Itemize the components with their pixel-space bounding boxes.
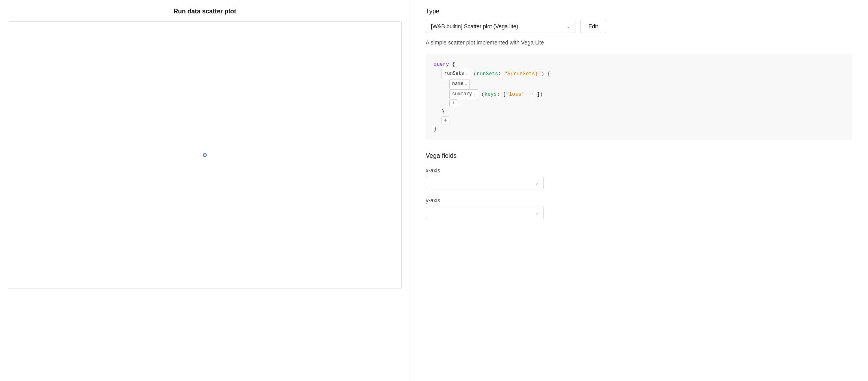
type-dropdown[interactable]: [W&B builtin] Scatter plot (Vega lite) ⌄ (426, 20, 575, 33)
plot-title: Run data scatter plot (173, 8, 236, 15)
code-line-summary: summary ⌄ ( keys : [ "loss' + ]) (434, 89, 844, 100)
y-axis-label: y-axis (426, 197, 852, 203)
vega-fields-title: Vega fields (426, 152, 852, 159)
summary-plus-inner: + ]) (525, 90, 543, 99)
runsets-token[interactable]: runSets ⌄ (441, 69, 470, 79)
code-line-plus-inner: + (434, 99, 844, 107)
runsets-close: ") { (538, 69, 550, 78)
runsets-space (470, 69, 473, 78)
name-token[interactable]: name ⌄ (449, 79, 470, 89)
runsets-label: runSets (444, 70, 464, 78)
y-axis-dropdown[interactable]: ⌄ (426, 207, 544, 219)
summary-keys-val: "loss' (506, 90, 525, 99)
summary-chevron-icon: ⌄ (473, 91, 475, 98)
close-brace-outer: } (434, 124, 437, 133)
code-line-runsets: runSets ⌄ ( runSets : " ${runSets} ") { (434, 69, 844, 79)
code-line-plus-outer: + (434, 117, 844, 124)
query-keyword: query (434, 60, 449, 69)
chevron-down-icon: ⌄ (566, 24, 570, 29)
x-axis-row: x-axis ⌄ (426, 167, 852, 189)
summary-label: summary (452, 90, 472, 99)
summary-colon: : [ (497, 90, 506, 99)
name-label: name (452, 80, 464, 89)
add-runset-field-button[interactable]: + (441, 117, 449, 124)
edit-button[interactable]: Edit (580, 20, 606, 33)
description-text: A simple scatter plot implemented with V… (426, 39, 852, 46)
scatter-dot (203, 153, 207, 157)
type-section-label: Type (426, 8, 852, 15)
summary-space (478, 90, 481, 99)
name-chevron-icon: ⌄ (465, 81, 467, 88)
code-line-name: name ⌄ (434, 79, 844, 89)
summary-keys-kw: keys (484, 90, 497, 99)
type-dropdown-text: [W&B builtin] Scatter plot (Vega lite) (431, 23, 518, 30)
plot-area (8, 21, 402, 289)
summary-open-paren: ( (481, 90, 484, 99)
code-open-brace-1: { (449, 60, 455, 69)
code-block: query { runSets ⌄ ( runSets : " ${runSet… (426, 54, 852, 140)
x-axis-dropdown[interactable]: ⌄ (426, 177, 544, 189)
x-axis-label: x-axis (426, 167, 852, 174)
runsets-arg-key: runSets (477, 69, 498, 78)
code-line-close-inner: } (434, 107, 844, 116)
left-panel: Run data scatter plot (0, 0, 410, 381)
summary-token[interactable]: summary ⌄ (449, 89, 478, 100)
code-line-query: query { (434, 60, 844, 69)
y-axis-row: y-axis ⌄ (426, 197, 852, 219)
right-panel: Type [W&B builtin] Scatter plot (Vega li… (410, 0, 868, 381)
code-line-close-outer: } (434, 124, 844, 133)
add-field-button[interactable]: + (449, 99, 457, 107)
y-axis-chevron-icon: ⌄ (535, 210, 539, 216)
runsets-arg-val: ${runSets} (507, 69, 538, 78)
runsets-open: ( (473, 69, 477, 78)
type-row: [W&B builtin] Scatter plot (Vega lite) ⌄… (426, 20, 852, 33)
runsets-chevron-icon: ⌄ (465, 70, 467, 78)
x-axis-chevron-icon: ⌄ (535, 180, 539, 186)
close-brace-inner: } (441, 107, 445, 116)
runsets-colon: : " (498, 69, 507, 78)
